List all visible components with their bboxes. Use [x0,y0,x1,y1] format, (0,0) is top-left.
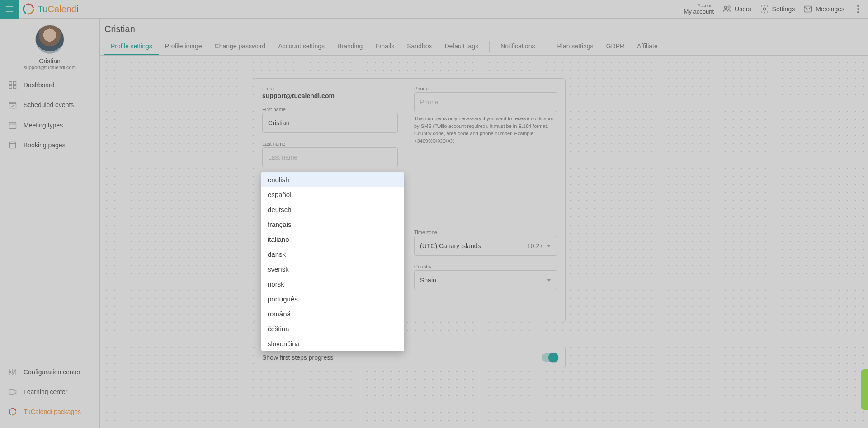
sliders-icon [8,367,17,376]
timezone-select[interactable]: (UTC) Canary islands 10:27 [414,236,557,256]
brand-text-1: Tu [38,4,48,14]
chevron-down-icon [547,279,551,282]
language-option[interactable]: deutsch [261,202,404,217]
svg-rect-15 [9,122,16,128]
svg-rect-6 [804,6,812,12]
brand-text-3: i [76,4,78,14]
sidebar-item-meeting-types[interactable]: Meeting types [0,115,99,135]
page-icon [8,141,17,150]
sidebar: Cristian support@tucalendi.com Dashboard… [0,19,100,428]
sidebar-item-learning-center[interactable]: Learning center [0,382,99,402]
show-progress-toggle[interactable] [542,353,557,362]
sidebar-item-label: Booking pages [24,141,66,149]
sidebar-item-label: Meeting types [24,122,63,129]
show-progress-label: Show first steps progress [262,354,333,361]
sidebar-profile: Cristian support@tucalendi.com [0,19,99,75]
tab-plan-settings[interactable]: Plan settings [551,38,599,55]
phone-input[interactable] [414,92,557,112]
last-name-label: Last name [262,141,398,146]
sidebar-profile-name: Cristian [0,57,99,65]
feedback-tab[interactable] [861,369,868,410]
settings-link[interactable]: Settings [760,4,795,14]
video-icon [8,387,17,396]
svg-point-17 [9,371,11,372]
svg-point-3 [725,6,727,9]
users-link[interactable]: Users [722,4,751,14]
calendar-icon [8,121,17,130]
dots-vertical-icon [857,5,859,13]
language-option[interactable]: dansk [261,247,404,262]
tab-divider [546,41,546,52]
tab-notifications[interactable]: Notifications [494,38,541,55]
hamburger-icon [5,5,14,14]
svg-point-5 [763,8,766,10]
tabs: Profile settings Profile image Change pa… [104,38,863,55]
account-menu[interactable]: Account My account [684,4,714,15]
tab-profile-image[interactable]: Profile image [159,38,208,55]
svg-rect-11 [14,82,16,85]
language-option[interactable]: română [261,306,404,321]
brand-logo-icon [22,3,35,15]
svg-point-4 [728,6,730,8]
language-option[interactable]: français [261,217,404,232]
brand[interactable]: TuCalendi [22,3,78,15]
first-name-input[interactable] [262,113,398,133]
first-name-label: First name [262,107,398,112]
language-option[interactable]: slovenčina [261,336,404,351]
last-name-input[interactable] [262,147,398,167]
tab-affiliate[interactable]: Affiliate [631,38,664,55]
tab-gdpr[interactable]: GDPR [600,38,631,55]
tab-branding[interactable]: Branding [331,38,369,55]
language-option[interactable]: italiano [261,232,404,247]
tab-profile-settings[interactable]: Profile settings [104,38,159,55]
tab-emails[interactable]: Emails [369,38,401,55]
timezone-time: 10:27 [527,242,543,249]
sidebar-item-config-center[interactable]: Configuration center [0,362,99,382]
tab-divider [489,41,490,52]
email-label: Email [262,86,398,91]
phone-hint: This number is only necessary if you wan… [414,115,557,145]
sidebar-item-label: Dashboard [24,81,55,89]
avatar[interactable] [35,25,64,54]
mail-icon [803,4,813,14]
svg-rect-14 [9,102,16,108]
work-area: Email support@tucalendi.com First name L… [100,56,868,428]
more-menu[interactable] [853,5,863,13]
sidebar-item-dashboard[interactable]: Dashboard [0,75,99,95]
timezone-value: (UTC) Canary islands [420,242,481,249]
tab-change-password[interactable]: Change password [208,38,272,55]
tab-default-tags[interactable]: Default tags [438,38,485,55]
svg-point-18 [12,373,13,374]
sidebar-item-packages[interactable]: TuCalendi packages [0,402,99,422]
hamburger-button[interactable] [0,0,19,19]
topbar: TuCalendi Account My account Users Setti… [0,0,868,19]
svg-rect-20 [9,390,14,394]
country-select[interactable]: Spain [414,270,557,290]
sidebar-item-label: TuCalendi packages [24,408,81,415]
language-option[interactable]: english [261,172,404,187]
dashboard-icon [8,80,17,89]
svg-point-7 [857,5,859,7]
svg-rect-10 [9,82,12,85]
calendar-check-icon [8,100,17,109]
language-option[interactable]: svensk [261,262,404,277]
brand-text-2: Calend [48,4,76,14]
chevron-down-icon [547,245,551,247]
tab-account-settings[interactable]: Account settings [272,38,331,55]
account-small-label: Account [698,4,714,8]
messages-link[interactable]: Messages [803,4,844,14]
language-option[interactable]: português [261,292,404,306]
svg-point-8 [857,8,859,10]
language-option[interactable]: norsk [261,277,404,292]
sidebar-item-label: Scheduled events [24,101,74,108]
packages-icon [8,407,17,416]
sidebar-item-scheduled[interactable]: Scheduled events [0,95,99,115]
tab-sandbox[interactable]: Sandbox [401,38,438,55]
sidebar-item-booking-pages[interactable]: Booking pages [0,135,99,155]
sidebar-bottom-nav: Configuration center Learning center TuC… [0,362,99,422]
topbar-right: Account My account Users Settings Messag… [684,0,868,18]
sidebar-nav: Dashboard Scheduled events Meeting types… [0,75,99,155]
language-option[interactable]: español [261,187,404,202]
language-dropdown: english español deutsch français italian… [261,172,404,351]
language-option[interactable]: čeština [261,321,404,336]
